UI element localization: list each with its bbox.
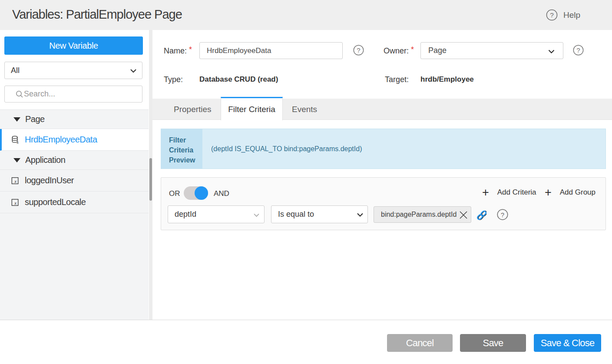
svg-text:?: ? — [357, 46, 360, 54]
svg-text:x: x — [14, 200, 17, 205]
svg-text:x: x — [14, 178, 17, 183]
svg-text:x: x — [17, 140, 19, 144]
svg-text:?: ? — [550, 11, 554, 19]
svg-text:?: ? — [501, 211, 504, 218]
svg-text:?: ? — [576, 46, 580, 54]
